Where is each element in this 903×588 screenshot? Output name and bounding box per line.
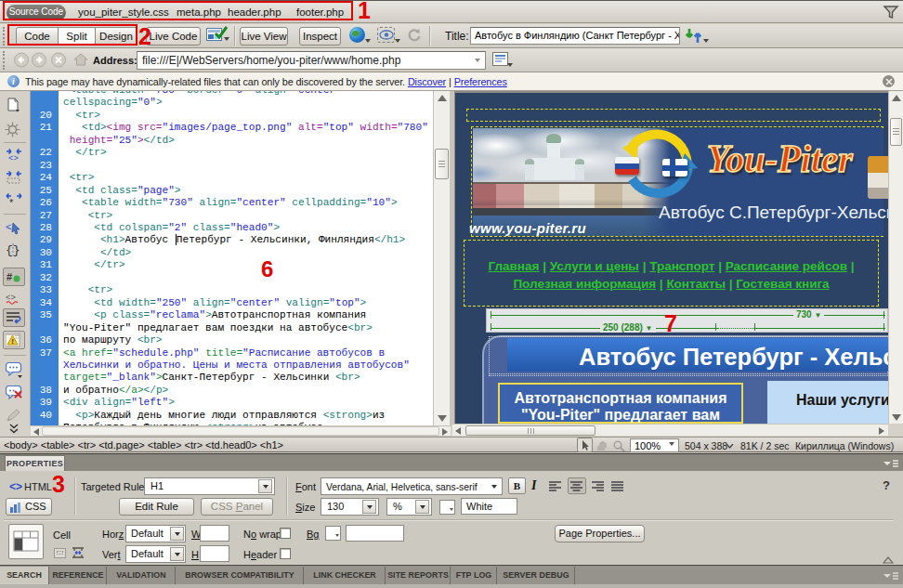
svg-text:<>: <>	[8, 154, 19, 162]
svg-text:#: #	[7, 271, 12, 282]
svg-text:*: *	[9, 197, 14, 206]
svg-text:<>: <>	[6, 294, 16, 303]
svg-text:!: !	[11, 337, 14, 346]
svg-text:<: <	[6, 222, 12, 233]
